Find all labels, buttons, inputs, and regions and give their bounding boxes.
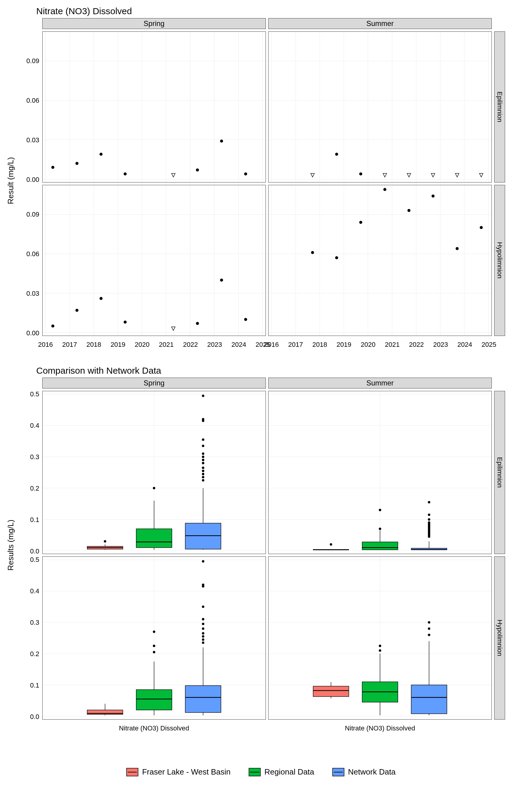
svg-point-84 (407, 209, 410, 212)
x-tick-label: 2018 (313, 341, 327, 349)
y-tick-label: 0.3 (30, 453, 39, 461)
svg-point-207 (379, 645, 381, 647)
strip-col-summer-2: Summer (268, 378, 492, 388)
y-tick-label: 0.4 (30, 587, 39, 595)
svg-point-180 (202, 642, 204, 644)
svg-rect-200 (313, 686, 349, 696)
svg-point-184 (202, 627, 204, 630)
svg-marker-36 (311, 174, 315, 177)
strip-row-epilimnion-2: Epilimnion (494, 391, 505, 554)
y-tick-label: 0.2 (30, 485, 39, 492)
x-tick-label: 2024 (457, 341, 472, 349)
strip-row-hypolimnion-2: Hypolimnion (494, 556, 505, 719)
page: Nitrate (NO3) Dissolved Result (mg/L) Sp… (0, 0, 522, 812)
svg-point-99 (104, 540, 106, 543)
svg-point-212 (428, 634, 430, 636)
svg-rect-210 (411, 685, 447, 713)
y-tick-label: 0.0 (30, 547, 39, 555)
svg-point-63 (196, 322, 199, 325)
y-tick-label: 0.03 (26, 290, 39, 298)
legend-key-fraser-icon (126, 768, 138, 776)
x-tick-label: 2020 (361, 341, 376, 349)
x-tick-label: 2019 (111, 341, 125, 349)
y-tick-label: 0.00 (26, 329, 39, 337)
svg-point-20 (220, 140, 223, 143)
svg-point-86 (456, 247, 459, 250)
panel-spring-hypolimnion (42, 185, 266, 336)
svg-point-186 (202, 618, 204, 621)
svg-point-122 (202, 394, 204, 397)
panel-summer-hypolimnion (268, 185, 492, 336)
legend-label-regional: Regional Data (264, 767, 314, 777)
x-tick-label: 2016 (264, 341, 279, 349)
svg-point-134 (330, 543, 332, 546)
x-tick-label: 2022 (409, 341, 424, 349)
svg-point-119 (202, 438, 204, 441)
y-ticks-bottom-row1: 0.00.10.20.30.40.5 (24, 391, 39, 554)
legend-label-network: Network Data (348, 767, 396, 777)
strip-row-epilimnion: Epilimnion (494, 32, 505, 182)
strip-col-spring: Spring (42, 18, 266, 29)
y-tick-label: 0.1 (30, 682, 39, 689)
x-tick-label: 2025 (482, 341, 496, 349)
svg-point-116 (202, 455, 204, 458)
svg-point-189 (202, 584, 204, 586)
svg-point-185 (202, 623, 204, 625)
svg-point-156 (428, 513, 430, 516)
x-tick-label: 2023 (433, 341, 448, 349)
x-tick-label: 2024 (232, 341, 246, 349)
svg-point-61 (124, 321, 126, 324)
svg-point-174 (153, 645, 155, 647)
svg-point-112 (202, 470, 204, 472)
svg-point-37 (335, 153, 338, 156)
y-tick-label: 0.03 (26, 136, 39, 144)
svg-point-14 (52, 166, 54, 169)
svg-point-64 (220, 279, 223, 282)
svg-point-121 (202, 418, 204, 421)
svg-point-155 (428, 518, 430, 521)
svg-point-85 (432, 195, 435, 198)
svg-point-60 (99, 297, 102, 300)
strip-col-spring-2: Spring (42, 378, 266, 388)
svg-point-38 (359, 172, 362, 176)
legend-key-network-icon (332, 768, 344, 776)
boxpanel-summer-epilimnion (268, 391, 492, 554)
svg-point-182 (202, 635, 204, 638)
y-tick-label: 0.3 (30, 619, 39, 627)
x-tick-label: 2018 (86, 341, 101, 349)
y-axis-label-top: Result (mg/L) (6, 157, 15, 204)
panel-spring-epilimnion (42, 32, 266, 182)
svg-point-157 (428, 501, 430, 503)
svg-point-139 (379, 528, 381, 530)
x-category-col2: Nitrate (NO3) Dissolved (268, 725, 492, 732)
svg-rect-137 (362, 542, 398, 550)
x-category-col1: Nitrate (NO3) Dissolved (42, 725, 266, 732)
svg-point-187 (202, 605, 204, 608)
svg-point-59 (76, 309, 79, 312)
svg-point-213 (428, 627, 430, 630)
svg-point-173 (153, 651, 155, 653)
y-axis-label-bottom: Results (mg/L) (6, 520, 15, 571)
x-tick-label: 2020 (135, 341, 149, 349)
x-tick-label: 2017 (288, 341, 303, 349)
y-tick-label: 0.2 (30, 650, 39, 658)
svg-point-154 (428, 522, 430, 524)
y-tick-label: 0.06 (26, 250, 39, 258)
svg-point-140 (379, 509, 381, 511)
svg-rect-178 (185, 686, 221, 712)
x-tick-label: 2016 (38, 341, 53, 349)
y-tick-label: 0.06 (26, 97, 39, 104)
y-tick-label: 0.09 (26, 57, 39, 65)
x-tick-label: 2023 (207, 341, 222, 349)
chart-title-top: Nitrate (NO3) Dissolved (36, 6, 132, 16)
x-tick-label: 2019 (337, 341, 351, 349)
svg-marker-39 (383, 174, 387, 177)
svg-point-21 (244, 172, 247, 176)
y-tick-label: 0.0 (30, 713, 39, 721)
svg-point-65 (244, 318, 247, 321)
scatter-facet-grid: Spring Summer Epilimnion Hypolimnion (42, 18, 510, 338)
svg-marker-40 (407, 174, 411, 177)
boxpanel-summer-hypolimnion (268, 556, 492, 719)
svg-point-80 (311, 251, 314, 254)
strip-row-hypolimnion: Hypolimnion (494, 185, 505, 336)
